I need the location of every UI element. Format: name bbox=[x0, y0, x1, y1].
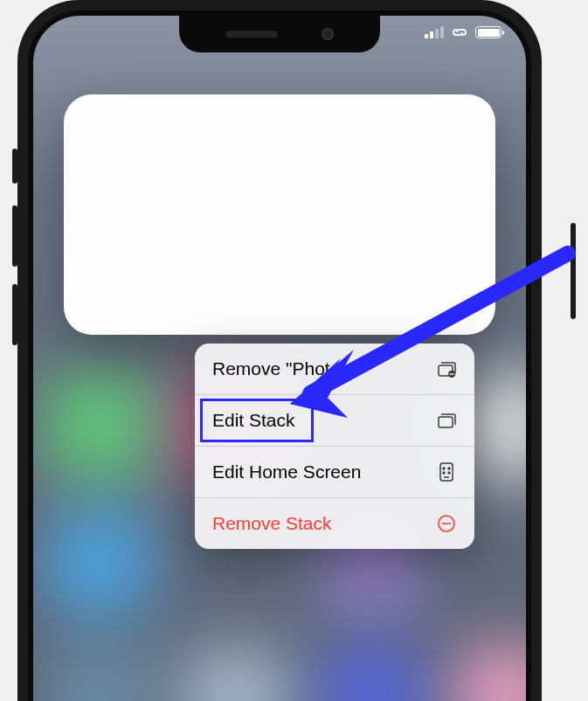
menu-label: Edit Home Screen bbox=[212, 462, 361, 482]
svg-point-5 bbox=[443, 468, 445, 469]
cellular-signal-icon bbox=[425, 26, 444, 38]
menu-label: Remove Stack bbox=[212, 513, 332, 534]
svg-rect-3 bbox=[439, 417, 453, 427]
phone-screen: Remove "Photos" Edit Stack bbox=[33, 16, 526, 701]
menu-item-edit-home-screen[interactable]: Edit Home Screen bbox=[195, 447, 474, 498]
svg-point-6 bbox=[448, 468, 450, 469]
status-bar bbox=[425, 26, 502, 38]
svg-rect-4 bbox=[440, 463, 453, 481]
phone-bezel: Remove "Photos" Edit Stack bbox=[28, 10, 531, 701]
minus-circle-icon bbox=[436, 513, 457, 534]
personal-hotspot-icon bbox=[451, 27, 468, 38]
menu-item-remove-photos[interactable]: Remove "Photos" bbox=[195, 344, 474, 395]
menu-label: Edit Stack bbox=[212, 410, 295, 431]
menu-item-remove-stack[interactable]: Remove Stack bbox=[195, 498, 474, 549]
menu-item-edit-stack[interactable]: Edit Stack bbox=[195, 395, 474, 447]
widget-stack-preview[interactable] bbox=[64, 94, 495, 335]
battery-icon bbox=[475, 26, 502, 38]
phone-notch bbox=[179, 16, 380, 52]
front-camera bbox=[322, 28, 334, 40]
stack-remove-icon bbox=[436, 358, 457, 379]
stack-icon bbox=[436, 410, 457, 431]
svg-point-8 bbox=[448, 472, 450, 474]
svg-point-7 bbox=[443, 472, 445, 474]
widget-context-menu: Remove "Photos" Edit Stack bbox=[195, 344, 474, 549]
menu-label: Remove "Photos" bbox=[212, 358, 356, 379]
phone-power-button bbox=[571, 223, 576, 319]
speaker-grille bbox=[225, 31, 278, 38]
phone-frame: Remove "Photos" Edit Stack bbox=[17, 0, 542, 701]
apps-icon bbox=[436, 462, 457, 482]
